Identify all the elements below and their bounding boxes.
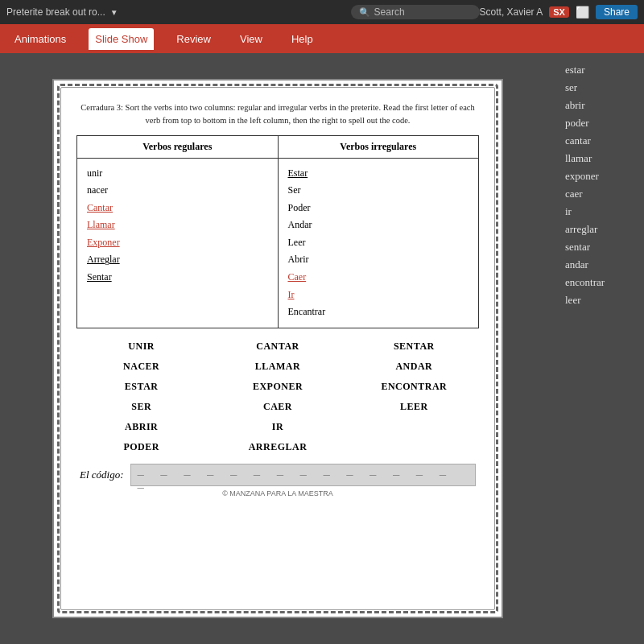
search-icon: 🔍 — [359, 7, 370, 18]
window-icon[interactable]: ⬜ — [576, 6, 589, 19]
regular-verbs-cell: unir nacer Cantar Llamar Exponer Arregla… — [77, 158, 279, 328]
verb-arreglar: Arreglar — [87, 251, 268, 269]
wordbank-llamar[interactable]: llamar — [562, 151, 638, 166]
table-header-regular: Verbos regulares — [77, 135, 279, 158]
slide-instructions: Cerradura 3: Sort the verbs into two col… — [76, 101, 479, 127]
verb-ir: Ir — [288, 287, 469, 304]
user-initials-badge: SX — [549, 6, 569, 18]
tab-slideshow[interactable]: Slide Show — [89, 28, 154, 50]
wordbank-estar[interactable]: estar — [562, 63, 638, 77]
search-label: Search — [374, 6, 405, 18]
wordbank-leer[interactable]: leer — [562, 293, 638, 308]
verb-sentar: Sentar — [87, 269, 268, 287]
share-button[interactable]: Share — [596, 5, 638, 19]
verb-leer: Leer — [288, 234, 469, 252]
answer-sentar: SENTAR — [349, 338, 479, 355]
code-label: El código: — [80, 469, 124, 481]
code-area: El código: _ _ _ _ _ _ _ _ _ _ _ _ _ _ _ — [76, 464, 479, 486]
irregular-verbs-cell: Estar Ser Poder Andar Leer Abrir Caer Ir… — [278, 158, 479, 328]
code-input-box[interactable]: _ _ _ _ _ _ _ _ _ _ _ _ _ _ _ — [130, 464, 476, 486]
verb-estar: Estar — [288, 165, 469, 183]
verb-ser: Ser — [288, 182, 469, 200]
title-bar-right: Scott, Xavier A SX ⬜ Share — [480, 5, 638, 19]
tab-animations[interactable]: Animations — [8, 28, 72, 50]
answer-llamar: LLAMAR — [213, 358, 342, 375]
wordbank-poder[interactable]: poder — [562, 116, 638, 130]
tab-help[interactable]: Help — [285, 28, 320, 50]
verb-nacer: nacer — [87, 182, 268, 200]
verb-andar: Andar — [288, 217, 469, 234]
answer-estar: ESTAR — [76, 378, 206, 395]
verb-abrir: Abrir — [288, 251, 469, 269]
user-name: Scott, Xavier A — [480, 6, 543, 18]
wordbank-cantar[interactable]: cantar — [562, 134, 638, 148]
wordbank-caer[interactable]: caer — [562, 187, 638, 201]
verb-encantrar: Encantrar — [288, 303, 469, 321]
word-bank: estar ser abrir poder cantar llamar expo… — [555, 53, 644, 644]
verb-unir: unir — [87, 165, 268, 183]
answer-caer: CAER — [213, 398, 342, 415]
slide: Cerradura 3: Sort the verbs into two col… — [52, 79, 503, 618]
verb-caer: Caer — [288, 269, 469, 287]
tab-review[interactable]: Review — [170, 28, 217, 50]
slide-panel: Cerradura 3: Sort the verbs into two col… — [0, 53, 555, 644]
wordbank-arreglar[interactable]: arreglar — [562, 222, 638, 237]
ribbon: Animations Slide Show Review View Help — [0, 24, 644, 53]
wordbank-sentar[interactable]: sentar — [562, 240, 638, 254]
answer-exponer: EXPONER — [213, 378, 342, 395]
verb-table: Verbos regulares Verbos irregulares unir… — [76, 135, 479, 328]
wordbank-ir[interactable]: ir — [562, 204, 638, 219]
verb-cantar: Cantar — [87, 200, 268, 217]
document-title: Preterite break out ro... — [6, 6, 105, 18]
answer-ir: IR — [213, 419, 342, 436]
answer-nacer: NACER — [76, 358, 206, 375]
code-dashes: _ _ _ _ _ _ _ _ _ _ _ _ _ _ _ — [138, 462, 469, 488]
answer-andar: ANDAR — [349, 358, 479, 375]
slide-content: Cerradura 3: Sort the verbs into two col… — [62, 89, 493, 609]
verb-exponer: Exponer — [87, 234, 268, 252]
answer-arreglar: ARREGLAR — [213, 439, 342, 456]
wordbank-abrir[interactable]: abrir — [562, 98, 638, 113]
table-header-irregular: Verbos irregulares — [278, 135, 479, 158]
answer-abrir: ABRIR — [76, 419, 206, 436]
search-box[interactable]: 🔍 Search — [351, 5, 480, 19]
answer-blank2 — [349, 439, 479, 456]
answer-ser: SER — [76, 398, 206, 415]
verb-llamar: Llamar — [87, 217, 268, 234]
regular-verbs-list: unir nacer Cantar Llamar Exponer Arregla… — [87, 165, 268, 287]
verb-poder: Poder — [288, 200, 469, 217]
title-bar-left: Preterite break out ro... ▼ — [6, 6, 351, 18]
title-bar: Preterite break out ro... ▼ 🔍 Search Sco… — [0, 0, 644, 24]
wordbank-encontrar[interactable]: encontrar — [562, 275, 638, 290]
tab-view[interactable]: View — [233, 28, 269, 50]
answer-blank1 — [349, 419, 479, 436]
wordbank-exponer[interactable]: exponer — [562, 169, 638, 184]
dropdown-icon[interactable]: ▼ — [110, 8, 118, 17]
wordbank-ser[interactable]: ser — [562, 80, 638, 95]
answer-leer: LEER — [349, 398, 479, 415]
wordbank-andar[interactable]: andar — [562, 258, 638, 272]
irregular-verbs-list: Estar Ser Poder Andar Leer Abrir Caer Ir… — [288, 165, 469, 321]
answer-unir: UNIR — [76, 338, 206, 355]
copyright-text: © MANZANA PARA LA MAESTRA — [76, 489, 479, 497]
answer-encontrar: ENCONTRAR — [349, 378, 479, 395]
main-area: Cerradura 3: Sort the verbs into two col… — [0, 53, 644, 644]
answer-poder: PODER — [76, 439, 206, 456]
answer-cantar: CANTAR — [213, 338, 342, 355]
answer-grid: UNIR CANTAR SENTAR NACER LLAMAR ANDAR ES… — [76, 338, 479, 456]
